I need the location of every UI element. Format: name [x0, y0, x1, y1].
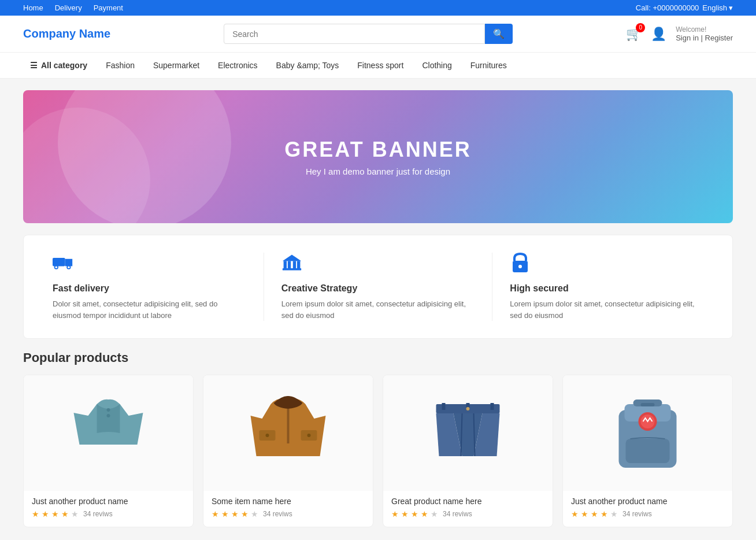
- product-image-1: [203, 375, 373, 491]
- signin-link[interactable]: Sign in: [676, 34, 699, 42]
- nav-payment[interactable]: Payment: [94, 3, 123, 12]
- feature-title-2: High secured: [510, 283, 703, 294]
- star-1: ★: [32, 509, 39, 519]
- top-right: Call: +0000000000 English ▾: [636, 3, 733, 12]
- svg-rect-9: [292, 261, 295, 268]
- product-stars-3: ★ ★ ★ ★ ★ 34 reviws: [571, 509, 724, 519]
- svg-marker-1: [65, 259, 73, 267]
- feature-desc-0: Dolor sit amet, consectetur adipisicing …: [53, 298, 246, 321]
- user-links: Welcome! Sign in | Register: [676, 25, 733, 42]
- star-3: ★: [51, 509, 59, 519]
- popular-products-title: Popular products: [23, 350, 733, 365]
- review-count-3: 34 reviws: [622, 510, 652, 518]
- header: Company Name 🔍 🛒 0 👤 Welcome! Sign in | …: [0, 16, 756, 53]
- truck-icon: [53, 253, 246, 278]
- hamburger-icon: ☰: [30, 61, 38, 70]
- feature-fast-delivery: Fast delivery Dolor sit amet, consectetu…: [35, 253, 264, 321]
- popular-products-section: Popular products Just another product na…: [23, 350, 733, 527]
- review-count-1: 34 reviws: [263, 510, 292, 518]
- svg-rect-10: [297, 261, 300, 268]
- product-card-3[interactable]: Just another product name ★ ★ ★ ★ ★ 34 r…: [562, 375, 733, 527]
- product-stars-1: ★ ★ ★ ★ ★ 34 reviws: [212, 509, 365, 519]
- nav-baby-toys[interactable]: Baby &amp; Toys: [269, 53, 346, 78]
- svg-rect-23: [491, 403, 494, 410]
- svg-rect-22: [442, 403, 446, 410]
- svg-rect-11: [282, 268, 301, 271]
- chevron-down-icon: ▾: [729, 3, 733, 12]
- feature-title-1: Creative Strategy: [281, 283, 475, 294]
- product-info-1: Some item name here ★ ★ ★ ★ ★ 34 reviws: [203, 491, 373, 519]
- phone-label: Call: +0000000000: [636, 3, 699, 12]
- nav-delivery[interactable]: Delivery: [55, 3, 82, 12]
- language-button[interactable]: English ▾: [702, 3, 733, 12]
- svg-rect-16: [287, 409, 290, 443]
- svg-point-14: [107, 408, 110, 412]
- product-info-3: Just another product name ★ ★ ★ ★ ★ 34 r…: [563, 491, 732, 519]
- product-name-0: Just another product name: [32, 497, 185, 506]
- nav-fitness[interactable]: Fitness sport: [350, 53, 410, 78]
- top-bar: Home Delivery Payment Call: +0000000000 …: [0, 0, 756, 16]
- svg-rect-34: [641, 403, 655, 406]
- product-image-2: [383, 375, 553, 491]
- star-4: ★: [61, 509, 69, 519]
- search-input[interactable]: [224, 24, 485, 44]
- star-5: ★: [71, 509, 79, 519]
- star-2: ★: [42, 509, 49, 519]
- nav-supermarket[interactable]: Supermarket: [146, 53, 206, 78]
- cart-badge: 0: [636, 23, 645, 32]
- nav-home[interactable]: Home: [23, 3, 43, 12]
- nav-electronics[interactable]: Electronics: [211, 53, 264, 78]
- logo[interactable]: Company Name: [23, 27, 110, 40]
- auth-links: Sign in | Register: [676, 34, 733, 42]
- feature-high-secured: High secured Lorem ipsum dolor sit amet,…: [492, 253, 721, 321]
- review-count-0: 34 reviws: [83, 510, 113, 518]
- svg-rect-0: [53, 258, 65, 266]
- feature-creative-strategy: Creative Strategy Lorem ipsum dolor sit …: [264, 253, 493, 321]
- user-icon: 👤: [651, 27, 666, 42]
- svg-point-19: [266, 434, 269, 437]
- product-name-3: Just another product name: [571, 497, 724, 506]
- svg-rect-7: [283, 261, 286, 268]
- top-nav: Home Delivery Payment: [23, 3, 123, 12]
- product-info-2: Great product name here ★ ★ ★ ★ ★ 34 rev…: [383, 491, 553, 519]
- lock-icon: [510, 253, 703, 278]
- banner-subtitle: Hey I am demo banner just for design: [306, 167, 450, 176]
- nav-fashion[interactable]: Fashion: [99, 53, 142, 78]
- welcome-text: Welcome!: [676, 25, 733, 34]
- product-card-0[interactable]: Just another product name ★ ★ ★ ★ ★ 34 r…: [23, 375, 194, 527]
- product-stars-0: ★ ★ ★ ★ ★ 34 reviws: [32, 509, 185, 519]
- svg-rect-8: [287, 261, 290, 268]
- svg-point-25: [466, 407, 470, 410]
- product-image-3: [563, 375, 732, 491]
- banner-title: GREAT BANNER: [284, 138, 471, 162]
- product-card-1[interactable]: Some item name here ★ ★ ★ ★ ★ 34 reviws: [203, 375, 373, 527]
- features-section: Fast delivery Dolor sit amet, consectetu…: [23, 235, 733, 339]
- product-name-2: Great product name here: [391, 497, 544, 506]
- svg-point-4: [55, 266, 58, 268]
- feature-desc-2: Lorem ipsum dolor sit amet, consectetur …: [510, 298, 703, 321]
- all-category-button[interactable]: ☰ All category: [23, 53, 94, 78]
- svg-marker-6: [282, 255, 301, 261]
- search-bar: 🔍: [224, 24, 513, 44]
- feature-desc-1: Lorem ipsum dolor sit amet, consectetur …: [281, 298, 475, 321]
- register-link[interactable]: Register: [705, 34, 733, 42]
- nav-clothing[interactable]: Clothing: [415, 53, 458, 78]
- nav-bar: ☰ All category Fashion Supermarket Elect…: [0, 53, 756, 79]
- header-right: 🛒 0 👤 Welcome! Sign in | Register: [626, 25, 733, 42]
- search-button[interactable]: 🔍: [485, 24, 513, 44]
- svg-point-13: [518, 265, 522, 268]
- product-stars-2: ★ ★ ★ ★ ★ 34 reviws: [391, 509, 544, 519]
- review-count-2: 34 reviws: [443, 510, 472, 518]
- svg-rect-31: [626, 439, 670, 463]
- svg-point-20: [307, 434, 311, 437]
- svg-point-15: [107, 414, 110, 417]
- product-image-0: [24, 375, 193, 491]
- hero-banner: GREAT BANNER Hey I am demo banner just f…: [23, 90, 733, 223]
- product-info-0: Just another product name ★ ★ ★ ★ ★ 34 r…: [24, 491, 193, 519]
- search-icon: 🔍: [493, 29, 505, 39]
- products-grid: Just another product name ★ ★ ★ ★ ★ 34 r…: [23, 375, 733, 527]
- nav-furnitures[interactable]: Furnitures: [464, 53, 514, 78]
- product-card-2[interactable]: Great product name here ★ ★ ★ ★ ★ 34 rev…: [383, 375, 553, 527]
- cart-button[interactable]: 🛒 0: [626, 27, 642, 42]
- svg-point-5: [68, 266, 70, 268]
